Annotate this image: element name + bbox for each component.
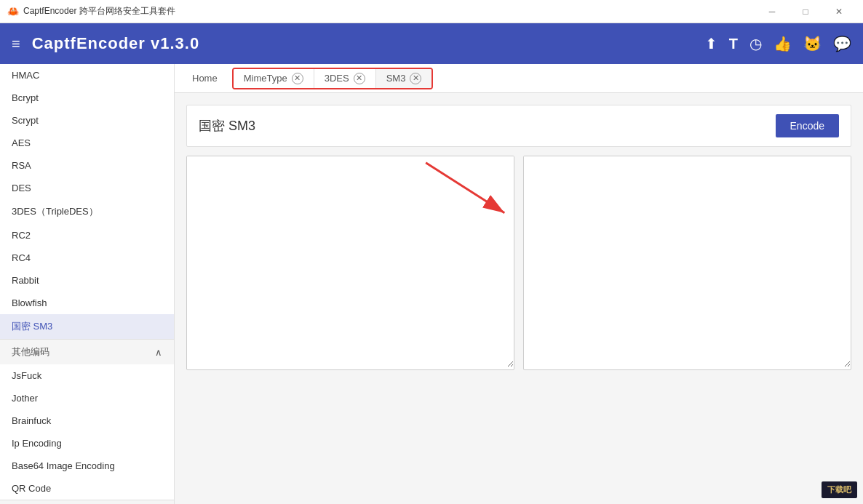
sidebar-item-rabbit[interactable]: Rabbit [0,269,174,292]
close-button[interactable]: ✕ [822,0,856,23]
app-title: CaptfEncoder v1.3.0 [32,34,705,53]
encode-button[interactable]: Encode [776,114,839,137]
tab-home[interactable]: Home [180,67,229,89]
sidebar-item-scrypt[interactable]: Scrypt [0,109,174,132]
main-layout: HMAC Bcrypt Scrypt AES RSA DES 3DES（Trip… [0,64,863,504]
tab-mimetype[interactable]: MimeType ✕ [234,69,314,88]
sidebar-item-bcrypt[interactable]: Bcrypt [0,87,174,109]
page-title: 国密 SM3 [199,117,255,135]
sidebar-item-blowfish[interactable]: Blowfish [0,292,174,314]
tab-3des-close[interactable]: ✕ [354,73,365,84]
sidebar-item-rc2[interactable]: RC2 [0,224,174,247]
input-textarea-box [186,156,514,370]
sidebar-item-3des[interactable]: 3DES（TripleDES） [0,199,174,224]
sidebar-section-other-encoding-icon: ∧ [155,347,162,358]
output-textarea-box [523,156,851,370]
title-bar-icon: 🦀 [7,6,19,17]
sidebar-item-sm3[interactable]: 国密 SM3 [0,314,174,339]
sidebar-item-jother[interactable]: Jother [0,387,174,409]
tab-mimetype-close[interactable]: ✕ [292,73,303,84]
minimize-button[interactable]: ─ [755,0,789,23]
menu-icon[interactable]: ≡ [12,36,20,52]
tabs-group: MimeType ✕ 3DES ✕ SM3 ✕ [232,68,434,89]
github-icon[interactable]: 🐱 [803,35,822,52]
font-icon[interactable]: T [729,36,738,52]
title-bar: 🦀 CaptfEncoder 跨平台网络安全工具套件 ─ □ ✕ [0,0,863,23]
sidebar-item-des[interactable]: DES [0,177,174,199]
sidebar-item-rsa[interactable]: RSA [0,154,174,177]
title-bar-text: CaptfEncoder 跨平台网络安全工具套件 [23,5,755,17]
tab-sm3-close[interactable]: ✕ [410,73,421,84]
sidebar-section-other-encoding-label: 其他编码 [12,345,49,359]
page-header: 国密 SM3 Encode [186,105,851,147]
tab-mimetype-label: MimeType [244,73,287,84]
sidebar-item-base64-image[interactable]: Base64 Image Encoding [0,455,174,477]
sidebar-item-rc4[interactable]: RC4 [0,247,174,269]
tab-3des[interactable]: 3DES ✕ [314,69,376,88]
sidebar-item-brainfuck[interactable]: Brainfuck [0,409,174,432]
textareas-section [186,156,851,370]
wechat-icon[interactable]: 💬 [833,35,851,52]
header-icons: ⬆ T ◷ 👍 🐱 💬 [705,35,851,52]
maximize-button[interactable]: □ [789,0,822,23]
watermark: 下载吧 [822,481,857,498]
content-area: Home MimeType ✕ 3DES ✕ SM3 ✕ 国密 S [175,64,863,504]
history-icon[interactable]: ◷ [749,35,762,52]
tab-sm3[interactable]: SM3 ✕ [376,69,432,88]
tab-bar: Home MimeType ✕ 3DES ✕ SM3 ✕ [175,64,863,93]
page-content: 国密 SM3 Encode [175,93,863,504]
sidebar-section-other-encoding[interactable]: 其他编码 ∧ [0,339,174,364]
like-icon[interactable]: 👍 [773,35,792,52]
sidebar-item-jsfuck[interactable]: JsFuck [0,364,174,387]
textareas-row [186,156,851,370]
sidebar-item-hmac[interactable]: HMAC [0,64,174,87]
tab-3des-label: 3DES [325,73,349,84]
upload-icon[interactable]: ⬆ [705,35,717,52]
tab-sm3-label: SM3 [386,73,406,84]
input-textarea[interactable] [187,156,514,367]
sidebar-item-ip-encoding[interactable]: Ip Encoding [0,432,174,455]
title-bar-controls: ─ □ ✕ [755,0,856,23]
output-textarea[interactable] [524,156,851,367]
app-header: ≡ CaptfEncoder v1.3.0 ⬆ T ◷ 👍 🐱 💬 [0,23,863,64]
sidebar-item-qrcode[interactable]: QR Code [0,477,174,500]
sidebar-item-aes[interactable]: AES [0,132,174,154]
sidebar-section-tools[interactable]: 实用工具 ∧ [0,500,174,504]
sidebar: HMAC Bcrypt Scrypt AES RSA DES 3DES（Trip… [0,64,175,504]
